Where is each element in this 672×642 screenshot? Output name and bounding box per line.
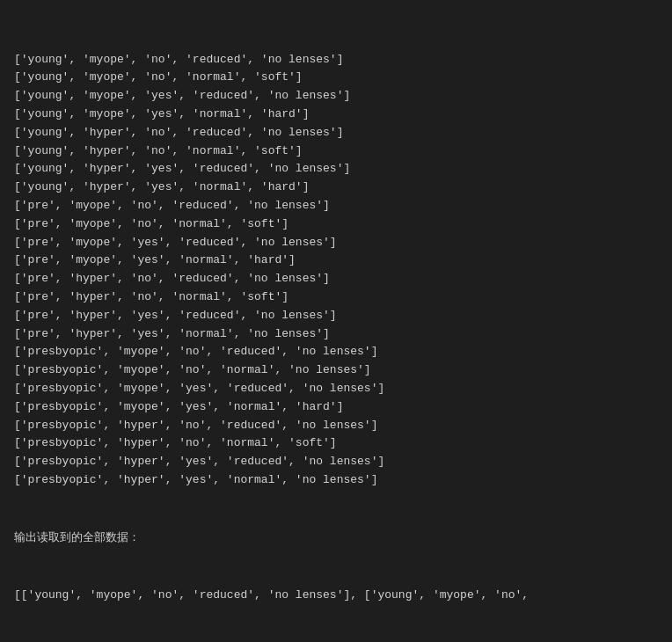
data-line: ['young', 'myope', 'no', 'normal', 'soft… (14, 69, 658, 87)
summary-label: 输出读取到的全部数据： (14, 529, 658, 548)
data-line: ['young', 'myope', 'yes', 'normal', 'har… (14, 106, 658, 124)
data-line: ['presbyopic', 'hyper', 'no', 'reduced',… (14, 417, 658, 435)
code-output-container: ['young', 'myope', 'no', 'reduced', 'no … (14, 14, 658, 623)
data-line: ['young', 'myope', 'no', 'reduced', 'no … (14, 51, 658, 69)
data-line: ['young', 'hyper', 'yes', 'normal', 'har… (14, 179, 658, 197)
data-line: ['presbyopic', 'myope', 'no', 'reduced',… (14, 343, 658, 361)
data-line: ['pre', 'hyper', 'no', 'reduced', 'no le… (14, 270, 658, 288)
data-line: ['pre', 'hyper', 'no', 'normal', 'soft'] (14, 288, 658, 307)
data-line: ['pre', 'hyper', 'yes', 'normal', 'no le… (14, 325, 658, 344)
data-line: ['young', 'hyper', 'no', 'reduced', 'no … (14, 124, 658, 142)
data-line: ['pre', 'hyper', 'yes', 'reduced', 'no l… (14, 307, 658, 325)
data-line: ['presbyopic', 'hyper', 'yes', 'reduced'… (14, 453, 658, 471)
data-line: ['pre', 'myope', 'yes', 'normal', 'hard'… (14, 252, 658, 270)
data-line: ['presbyopic', 'myope', 'yes', 'reduced'… (14, 380, 658, 398)
data-line: ['pre', 'myope', 'no', 'reduced', 'no le… (14, 197, 658, 215)
data-line: ['presbyopic', 'hyper', 'no', 'normal', … (14, 434, 658, 453)
data-line: ['young', 'hyper', 'no', 'normal', 'soft… (14, 142, 658, 161)
data-line: ['presbyopic', 'myope', 'no', 'normal', … (14, 361, 658, 380)
data-lines: ['young', 'myope', 'no', 'reduced', 'no … (14, 51, 658, 490)
data-line: ['young', 'hyper', 'yes', 'reduced', 'no… (14, 160, 658, 179)
data-line: ['presbyopic', 'myope', 'yes', 'normal',… (14, 398, 658, 417)
data-line: ['presbyopic', 'hyper', 'yes', 'normal',… (14, 471, 658, 490)
data-line: ['pre', 'myope', 'no', 'normal', 'soft'] (14, 215, 658, 234)
summary-data: [['young', 'myope', 'no', 'reduced', 'no… (14, 587, 658, 605)
data-line: ['pre', 'myope', 'yes', 'reduced', 'no l… (14, 234, 658, 252)
data-line: ['young', 'myope', 'yes', 'reduced', 'no… (14, 87, 658, 106)
